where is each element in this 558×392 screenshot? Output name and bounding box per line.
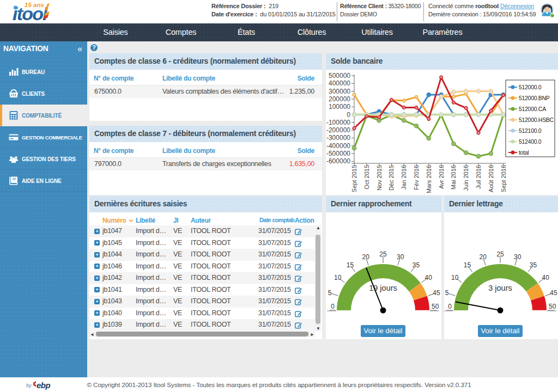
svg-text:40: 40 xyxy=(425,274,433,281)
svg-text:25: 25 xyxy=(379,250,387,258)
svg-text:200000: 200000 xyxy=(329,95,350,103)
svg-text:total: total xyxy=(519,149,529,156)
svg-text:5: 5 xyxy=(445,289,449,297)
svg-text:3 jours: 3 jours xyxy=(488,284,512,292)
svg-text:512000.CA: 512000.CA xyxy=(519,106,546,112)
svg-text:512000.BNP: 512000.BNP xyxy=(519,95,550,101)
svg-text:0: 0 xyxy=(448,303,452,310)
svg-text:Jan 2016: Jan 2016 xyxy=(401,165,407,189)
svg-text:0: 0 xyxy=(347,111,350,119)
svg-text:35: 35 xyxy=(530,261,537,269)
svg-text:300000: 300000 xyxy=(329,88,350,95)
svg-text:20: 20 xyxy=(362,253,370,261)
svg-text:-500000: -500000 xyxy=(326,150,350,157)
svg-text:Mai 2016: Mai 2016 xyxy=(450,165,457,189)
svg-text:512000.HSBC: 512000.HSBC xyxy=(519,117,554,123)
svg-text:Juin 2016: Juin 2016 xyxy=(463,165,469,191)
svg-text:512000.0: 512000.0 xyxy=(519,84,542,90)
svg-text:-300000: -300000 xyxy=(326,134,350,142)
svg-text:-400000: -400000 xyxy=(326,142,350,150)
svg-text:10: 10 xyxy=(334,274,342,281)
svg-text:Sept 2016: Sept 2016 xyxy=(500,165,507,192)
svg-text:35: 35 xyxy=(413,261,420,269)
svg-text:-600000: -600000 xyxy=(326,157,350,165)
svg-text:Sept 2015: Sept 2015 xyxy=(351,165,357,192)
svg-text:50: 50 xyxy=(432,303,439,310)
svg-text:Juil 2016: Juil 2016 xyxy=(475,165,482,189)
svg-text:Août 2016: Août 2016 xyxy=(488,165,494,192)
svg-text:Nov 2015: Nov 2015 xyxy=(376,165,383,191)
svg-text:15: 15 xyxy=(347,261,354,269)
svg-text:5: 5 xyxy=(328,289,332,297)
svg-text:0: 0 xyxy=(331,303,335,310)
svg-text:Fév 2016: Fév 2016 xyxy=(413,165,420,190)
svg-text:30: 30 xyxy=(514,253,521,261)
svg-text:400000: 400000 xyxy=(329,79,350,87)
svg-text:-200000: -200000 xyxy=(326,126,350,134)
svg-text:Déc 2015: Déc 2015 xyxy=(388,165,395,191)
svg-text:20: 20 xyxy=(480,253,487,261)
svg-text:512100.0: 512100.0 xyxy=(519,127,542,134)
svg-text:-100000: -100000 xyxy=(326,119,350,126)
svg-text:Avr 2016: Avr 2016 xyxy=(438,165,445,189)
svg-text:500000: 500000 xyxy=(329,72,350,79)
svg-text:15 ans: 15 ans xyxy=(25,2,44,8)
svg-text:Oct 2015: Oct 2015 xyxy=(363,165,370,189)
svg-text:45: 45 xyxy=(433,289,440,297)
svg-text:25: 25 xyxy=(496,250,504,258)
svg-text:40: 40 xyxy=(542,274,550,281)
svg-text:Mars 2016: Mars 2016 xyxy=(426,165,432,193)
svg-text:45: 45 xyxy=(550,289,557,297)
svg-text:512400.0: 512400.0 xyxy=(519,138,542,145)
svg-text:30: 30 xyxy=(397,253,404,261)
svg-text:15: 15 xyxy=(464,261,471,269)
svg-text:50: 50 xyxy=(549,303,556,310)
svg-text:100000: 100000 xyxy=(329,103,350,111)
svg-text:10: 10 xyxy=(451,274,459,281)
